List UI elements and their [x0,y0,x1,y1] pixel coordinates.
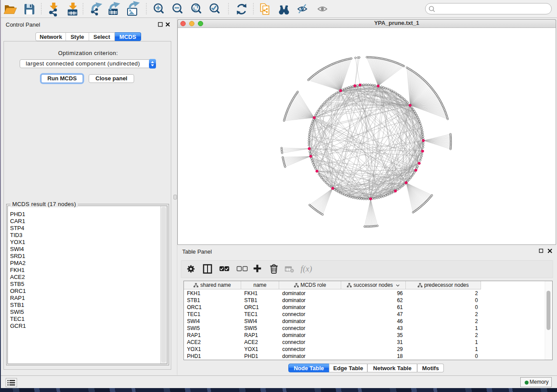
svg-text:f(x): f(x) [301,264,312,274]
